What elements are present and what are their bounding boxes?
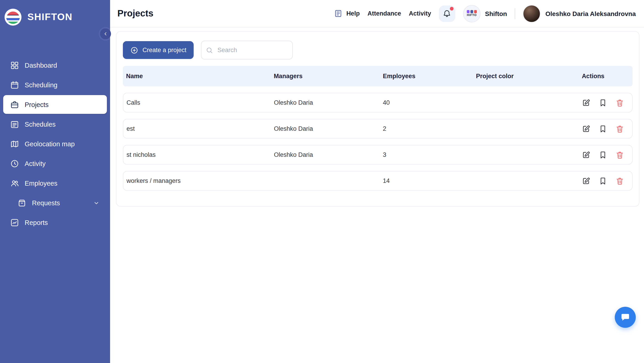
- sidebar-item-scheduling[interactable]: Scheduling: [3, 76, 107, 94]
- project-employees: 3: [383, 151, 476, 158]
- delete-button[interactable]: [615, 150, 624, 159]
- delete-button[interactable]: [615, 176, 624, 185]
- project-employees: 2: [383, 125, 476, 132]
- notifications-button[interactable]: [439, 5, 455, 22]
- chevron-left-icon: [102, 31, 109, 37]
- chevron-down-icon: [93, 199, 100, 206]
- workspace-switcher[interactable]: HIFTO Shifton: [463, 5, 507, 22]
- table-row: st nicholas Oleshko Daria 3: [123, 145, 632, 165]
- sidebar-item-label: Geolocation map: [25, 140, 75, 147]
- page-title: Projects: [118, 8, 154, 19]
- user-name: Oleshko Daria Aleksandrovna: [545, 10, 636, 17]
- sidebar-collapse-button[interactable]: [100, 28, 111, 39]
- projects-panel: Create a project Name Managers Employees…: [116, 31, 640, 207]
- people-icon: [10, 179, 19, 188]
- project-employees: 14: [383, 177, 476, 184]
- map-icon: [10, 139, 19, 148]
- delete-button[interactable]: [615, 124, 624, 133]
- sidebar-item-geolocation-map[interactable]: Geolocation map: [3, 134, 107, 153]
- project-name: est: [126, 125, 274, 132]
- search-box: [201, 41, 293, 60]
- project-managers: Oleshko Daria: [274, 99, 383, 106]
- search-icon: [206, 46, 213, 54]
- project-managers: Oleshko Daria: [274, 151, 383, 158]
- main-area: Projects Help Attendance Activity: [110, 0, 644, 363]
- sidebar-item-label: Dashboard: [25, 62, 57, 69]
- sidebar-item-employees[interactable]: Employees: [3, 174, 107, 192]
- project-name: Calls: [126, 99, 274, 106]
- brand-name: SHIFTON: [28, 12, 72, 23]
- brand: SHIFTON: [0, 0, 110, 28]
- bookmark-button[interactable]: [598, 124, 608, 133]
- create-project-button[interactable]: Create a project: [123, 41, 194, 59]
- requests-icon: [17, 198, 26, 207]
- row-actions: [582, 98, 629, 107]
- sidebar-item-label: Reports: [25, 219, 48, 226]
- toolbar: Create a project: [123, 41, 632, 60]
- table-row: workers / managers 14: [123, 171, 632, 191]
- bookmark-icon: [598, 150, 608, 159]
- table-row: est Oleshko Daria 2: [123, 119, 632, 139]
- edit-icon: [582, 176, 590, 185]
- row-actions: [582, 124, 629, 133]
- calendar-icon: [10, 80, 19, 89]
- sidebar-item-requests[interactable]: Requests: [3, 193, 107, 212]
- grid-icon: [10, 61, 19, 70]
- search-input[interactable]: [201, 41, 293, 60]
- column-header-project-color: Project color: [476, 73, 582, 80]
- sidebar-item-schedules[interactable]: Schedules: [3, 115, 107, 134]
- content: Create a project Name Managers Employees…: [110, 28, 644, 207]
- sidebar-item-label: Scheduling: [25, 81, 58, 89]
- shifton-logo-icon: [4, 8, 22, 26]
- sidebar-item-reports[interactable]: Reports: [3, 213, 107, 232]
- delete-button[interactable]: [615, 98, 624, 107]
- schedule-icon: [10, 120, 19, 129]
- edit-icon: [582, 150, 590, 159]
- help-link[interactable]: Help: [334, 9, 360, 18]
- sidebar-item-label: Employees: [25, 179, 57, 187]
- sidebar-item-dashboard[interactable]: Dashboard: [3, 56, 107, 75]
- sidebar-item-label: Requests: [32, 199, 60, 206]
- bookmark-icon: [598, 176, 608, 185]
- user-avatar: [523, 5, 540, 22]
- edit-button[interactable]: [582, 176, 590, 185]
- create-project-label: Create a project: [142, 47, 186, 54]
- reports-icon: [10, 218, 19, 227]
- chat-bubble-icon: [620, 312, 630, 322]
- bookmark-button[interactable]: [598, 98, 608, 107]
- attendance-link[interactable]: Attendance: [368, 10, 401, 17]
- project-name: workers / managers: [126, 177, 274, 184]
- trash-icon: [615, 150, 624, 159]
- topbar-right: Help Attendance Activity HIFTO Shifto: [334, 5, 636, 22]
- workspace-logo-blobs: [467, 10, 477, 14]
- table-row: Calls Oleshko Daria 40: [123, 93, 632, 113]
- row-actions: [582, 176, 629, 185]
- table-header: Name Managers Employees Project color Ac…: [123, 66, 632, 86]
- sidebar-item-projects[interactable]: Projects: [3, 95, 107, 114]
- row-actions: [582, 150, 629, 159]
- chat-widget-button[interactable]: [615, 307, 636, 328]
- sidebar-item-label: Activity: [25, 160, 46, 167]
- sidebar-item-activity[interactable]: Activity: [3, 154, 107, 173]
- project-managers: Oleshko Daria: [274, 125, 383, 132]
- bookmark-button[interactable]: [598, 176, 608, 185]
- column-header-employees: Employees: [383, 73, 476, 80]
- edit-button[interactable]: [582, 98, 590, 107]
- column-header-actions: Actions: [582, 73, 630, 80]
- user-profile[interactable]: Oleshko Daria Aleksandrovna: [523, 5, 636, 22]
- edit-icon: [582, 124, 590, 133]
- activity-link[interactable]: Activity: [409, 10, 431, 17]
- edit-button[interactable]: [582, 124, 590, 133]
- bookmark-button[interactable]: [598, 150, 608, 159]
- workspace-name: Shifton: [485, 10, 507, 17]
- notification-dot: [450, 7, 454, 10]
- trash-icon: [615, 98, 624, 107]
- bell-icon: [443, 9, 452, 18]
- topbar: Projects Help Attendance Activity: [110, 0, 644, 28]
- help-doc-icon: [334, 9, 343, 18]
- trash-icon: [615, 176, 624, 185]
- column-header-name: Name: [126, 73, 274, 80]
- edit-button[interactable]: [582, 150, 590, 159]
- workspace-logo-text: HIFTO: [467, 14, 476, 17]
- project-employees: 40: [383, 99, 476, 106]
